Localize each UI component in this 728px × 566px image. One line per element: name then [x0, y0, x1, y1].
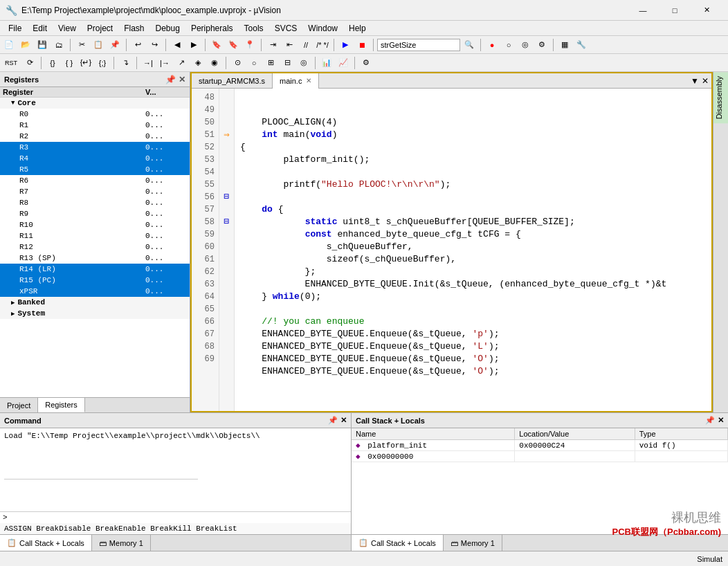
registers-close-icon[interactable]: ✕	[179, 75, 185, 84]
tab-startup[interactable]: startup_ARMCM3.s	[192, 73, 273, 89]
menu-file[interactable]: File	[3, 22, 27, 35]
tab-registers[interactable]: Registers	[38, 398, 84, 412]
open-file-button[interactable]: 📂	[18, 38, 33, 52]
reg-r7[interactable]: R7 0...	[0, 186, 190, 197]
view-button[interactable]: ◈	[190, 56, 206, 70]
menu-view[interactable]: View	[53, 22, 82, 35]
reg-r11[interactable]: R11 0...	[0, 230, 190, 241]
indent-button[interactable]: ⇥	[265, 38, 280, 52]
toggle-comment[interactable]: //	[298, 38, 313, 52]
step-button[interactable]: →|	[140, 56, 156, 70]
reg-r5[interactable]: R5 0...	[0, 164, 190, 175]
callstack-row-1[interactable]: ◆ platform_init 0x00000C24 void f()	[352, 440, 728, 451]
search-input[interactable]	[377, 39, 460, 51]
tab-project[interactable]: Project	[0, 398, 38, 412]
reg-xpsr[interactable]: xPSR 0...	[0, 286, 190, 297]
reg-r10[interactable]: R10 0...	[0, 219, 190, 230]
disassembly-tab[interactable]: Disassembly	[713, 72, 728, 123]
maximize-button[interactable]: □	[659, 0, 691, 21]
braces-button[interactable]: {}	[45, 56, 60, 70]
settings-button[interactable]: ⚙	[534, 38, 549, 52]
command-close-icon[interactable]: ✕	[340, 416, 347, 425]
callstack-tab-in-cmd[interactable]: 📋 Call Stack + Locals	[0, 535, 92, 551]
back-button[interactable]: ◀	[170, 38, 185, 52]
reg-r9[interactable]: R9 0...	[0, 208, 190, 219]
cs-tab-callstack[interactable]: 📋 Call Stack + Locals	[352, 535, 444, 551]
save-all-button[interactable]: 🗂	[51, 38, 66, 52]
grid-button[interactable]: ▦	[557, 38, 572, 52]
bookmark2-button[interactable]: 🔖	[226, 38, 241, 52]
gear-icon[interactable]: 🔧	[574, 38, 589, 52]
pin-icon[interactable]: 📌	[165, 75, 176, 84]
braces2-button[interactable]: { }	[62, 56, 77, 70]
menu-tools[interactable]: Tools	[239, 22, 269, 35]
forward-button[interactable]: ▶	[186, 38, 201, 52]
comment-block[interactable]: /* */	[315, 38, 330, 52]
mem2-button[interactable]: ⊟	[280, 56, 295, 70]
reg-r0[interactable]: R0 0...	[0, 109, 190, 120]
menu-flash[interactable]: Flash	[118, 22, 149, 35]
step-into-button[interactable]: ↴	[118, 56, 133, 70]
reset2-button[interactable]: ⟳	[22, 56, 37, 70]
callstack-pin-icon[interactable]: 📌	[705, 416, 715, 425]
run-to-cursor-button[interactable]: ↗	[174, 56, 189, 70]
menu-project[interactable]: Project	[82, 22, 118, 35]
undo-button[interactable]: ↩	[130, 38, 145, 52]
callstack-row-2[interactable]: ◆ 0x00000000	[352, 451, 728, 462]
reg-r6[interactable]: R6 0...	[0, 175, 190, 186]
reg-r1[interactable]: R1 0...	[0, 120, 190, 131]
reg-r8[interactable]: R8 0...	[0, 197, 190, 208]
reg-r4[interactable]: R4 0...	[0, 153, 190, 164]
callstack-close-icon[interactable]: ✕	[718, 416, 724, 425]
trace2-button[interactable]: 📈	[336, 56, 351, 70]
cs-tab-memory[interactable]: 🗃 Memory 1	[444, 535, 502, 551]
reg-r3[interactable]: R3 0...	[0, 142, 190, 153]
code-editor[interactable]: 48 49 50 51 52 53 54 55 56 57 58 59 60 6…	[192, 89, 711, 411]
cut-button[interactable]: ✂	[74, 38, 89, 52]
paste-button[interactable]: 📌	[107, 38, 122, 52]
tab-dropdown-icon[interactable]: ▼	[691, 76, 699, 86]
main-tab-close-icon[interactable]: ✕	[306, 77, 311, 84]
breakpt2-button[interactable]: ○	[246, 56, 262, 70]
menu-help[interactable]: Help	[343, 22, 372, 35]
view2-button[interactable]: ◉	[207, 56, 222, 70]
mem-button[interactable]: ⊞	[263, 56, 278, 70]
step-out-button[interactable]: |→	[157, 56, 172, 70]
new-file-button[interactable]: 📄	[1, 38, 17, 52]
command-input[interactable]	[10, 513, 348, 522]
run-button[interactable]: ●	[484, 38, 500, 52]
tab-main[interactable]: main.c ✕	[273, 73, 319, 89]
reg-r15[interactable]: R15 (PC) 0...	[0, 275, 190, 286]
menu-svcs[interactable]: SVCS	[269, 22, 303, 35]
breakpt-button[interactable]: ⊙	[230, 56, 245, 70]
menu-debug[interactable]: Debug	[150, 22, 185, 35]
braces4-button[interactable]: {;}	[95, 56, 110, 70]
banked-group[interactable]: ▶ Banked	[0, 297, 190, 308]
outdent-button[interactable]: ⇤	[282, 38, 297, 52]
bookmark-button[interactable]: 🔖	[209, 38, 224, 52]
copy-button[interactable]: 📋	[91, 38, 106, 52]
command-pin-icon[interactable]: 📌	[328, 416, 338, 425]
core-group[interactable]: ▼ Core	[0, 98, 190, 109]
tab-close-all-icon[interactable]: ✕	[702, 76, 709, 86]
reg-r12[interactable]: R12 0...	[0, 241, 190, 253]
menu-peripherals[interactable]: Peripherals	[185, 22, 239, 35]
more-button[interactable]: ⚙	[358, 56, 374, 70]
reg-r14[interactable]: R14 (LR) 0...	[0, 264, 190, 275]
trace-button[interactable]: 📊	[319, 56, 334, 70]
close-button[interactable]: ✕	[691, 0, 722, 21]
reset-button[interactable]: RST	[1, 56, 21, 70]
bookmark3-button[interactable]: 📍	[242, 38, 257, 52]
system-group[interactable]: ▶ System	[0, 308, 190, 319]
stop-button[interactable]: ⏹	[354, 38, 370, 52]
menu-edit[interactable]: Edit	[27, 22, 53, 35]
reg-r2[interactable]: R2 0...	[0, 131, 190, 142]
run2-button[interactable]: ○	[501, 38, 516, 52]
minimize-button[interactable]: —	[627, 0, 659, 21]
reg-r13[interactable]: R13 (SP) 0...	[0, 253, 190, 264]
save-button[interactable]: 💾	[35, 38, 50, 52]
braces3-button[interactable]: {↵}	[78, 56, 93, 70]
memory-tab-in-cmd[interactable]: 🗃 Memory 1	[92, 535, 151, 551]
search-button[interactable]: 🔍	[462, 38, 477, 52]
target-button[interactable]: ◎	[518, 38, 533, 52]
